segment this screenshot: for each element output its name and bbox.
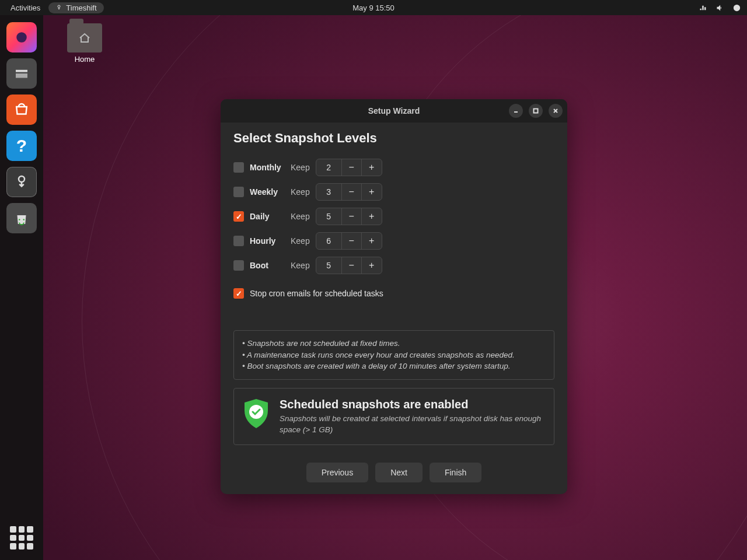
- timeshift-icon: [55, 4, 62, 11]
- folder-icon: [67, 23, 102, 52]
- app-menu-button[interactable]: Timeshift: [48, 2, 103, 13]
- keep-label: Keep: [291, 236, 310, 246]
- trash-icon: [13, 209, 30, 227]
- close-button[interactable]: [549, 104, 563, 118]
- power-icon[interactable]: [732, 4, 741, 12]
- timeshift-icon: [13, 173, 30, 191]
- clock[interactable]: May 9 15:50: [352, 4, 395, 12]
- desktop-icon-label: Home: [61, 55, 108, 64]
- cron-label: Stop cron emails for scheduled tasks: [250, 289, 383, 298]
- increment-button[interactable]: +: [362, 208, 382, 225]
- previous-button[interactable]: Previous: [306, 463, 368, 482]
- increment-button[interactable]: +: [362, 257, 382, 274]
- keep-spinner-monthly: 2−+: [316, 159, 382, 176]
- dock-trash[interactable]: [6, 203, 37, 233]
- volume-icon[interactable]: [715, 4, 724, 12]
- keep-value[interactable]: 3: [316, 184, 342, 200]
- keep-value[interactable]: 5: [316, 208, 342, 225]
- level-checkbox-weekly[interactable]: [233, 187, 244, 197]
- firefox-icon: [13, 29, 30, 46]
- setup-wizard-dialog: Setup Wizard Select Snapshot Levels Mont…: [221, 99, 567, 494]
- keep-value[interactable]: 2: [316, 159, 342, 176]
- keep-label: Keep: [291, 187, 310, 197]
- keep-value[interactable]: 6: [316, 233, 342, 249]
- svg-point-6: [19, 219, 20, 220]
- status-subtitle: Snapshots will be created at selected in…: [280, 414, 546, 436]
- dialog-footer: Previous Next Finish: [233, 463, 554, 482]
- info-line: A maintenance task runs once every hour …: [242, 349, 546, 361]
- decrement-button[interactable]: −: [342, 233, 362, 249]
- top-bar: Activities Timeshift May 9 15:50: [0, 0, 747, 15]
- svg-rect-8: [534, 109, 538, 113]
- next-button[interactable]: Next: [375, 463, 423, 482]
- shield-check-icon: [242, 398, 270, 429]
- level-label: Weekly: [250, 187, 291, 197]
- keep-label: Keep: [291, 163, 310, 172]
- dock-firefox[interactable]: [6, 22, 37, 52]
- keep-spinner-hourly: 6−+: [316, 232, 382, 250]
- info-line: Boot snapshots are created with a delay …: [242, 360, 546, 372]
- keep-spinner-weekly: 3−+: [316, 183, 382, 201]
- increment-button[interactable]: +: [362, 159, 382, 176]
- dialog-heading: Select Snapshot Levels: [233, 131, 554, 146]
- files-icon: [13, 65, 30, 82]
- network-icon[interactable]: [699, 4, 707, 12]
- dock: ?: [0, 15, 43, 560]
- decrement-button[interactable]: −: [342, 159, 362, 176]
- status-title: Scheduled snapshots are enabled: [280, 398, 546, 411]
- maximize-button[interactable]: [529, 104, 543, 118]
- svg-point-7: [23, 219, 25, 220]
- app-menu-label: Timeshift: [66, 4, 96, 12]
- level-checkbox-boot[interactable]: [233, 260, 244, 271]
- store-icon: [13, 101, 30, 118]
- svg-rect-3: [16, 70, 27, 72]
- svg-point-2: [16, 32, 27, 43]
- dock-timeshift[interactable]: [6, 167, 37, 197]
- dock-files[interactable]: [6, 58, 37, 89]
- cron-checkbox[interactable]: [233, 288, 244, 299]
- dialog-titlebar[interactable]: Setup Wizard: [221, 99, 567, 123]
- decrement-button[interactable]: −: [342, 257, 362, 274]
- level-label: Daily: [250, 212, 291, 221]
- keep-label: Keep: [291, 261, 310, 270]
- activities-button[interactable]: Activities: [6, 2, 45, 13]
- decrement-button[interactable]: −: [342, 184, 362, 200]
- info-line: Snapshots are not scheduled at fixed tim…: [242, 338, 546, 349]
- show-applications-button[interactable]: [10, 526, 33, 550]
- level-checkbox-monthly[interactable]: [233, 162, 244, 173]
- dock-help[interactable]: ?: [6, 131, 37, 161]
- info-box: Snapshots are not scheduled at fixed tim…: [233, 330, 554, 380]
- dialog-title: Setup Wizard: [368, 106, 420, 116]
- keep-label: Keep: [291, 212, 310, 221]
- level-checkbox-hourly[interactable]: [233, 236, 244, 246]
- status-box: Scheduled snapshots are enabled Snapshot…: [233, 388, 554, 446]
- increment-button[interactable]: +: [362, 233, 382, 249]
- level-label: Hourly: [250, 236, 291, 246]
- keep-value[interactable]: 5: [316, 257, 342, 274]
- level-checkbox-daily[interactable]: [233, 211, 244, 222]
- svg-point-5: [19, 176, 25, 182]
- dock-store[interactable]: [6, 94, 37, 125]
- decrement-button[interactable]: −: [342, 208, 362, 225]
- svg-point-0: [58, 5, 60, 8]
- level-label: Boot: [250, 261, 291, 270]
- desktop-home-icon[interactable]: Home: [61, 23, 108, 64]
- level-label: Monthly: [250, 163, 291, 172]
- keep-spinner-daily: 5−+: [316, 208, 382, 225]
- increment-button[interactable]: +: [362, 184, 382, 200]
- keep-spinner-boot: 5−+: [316, 257, 382, 274]
- svg-rect-4: [16, 74, 27, 78]
- minimize-button[interactable]: [509, 104, 523, 118]
- home-glyph-icon: [78, 31, 92, 45]
- finish-button[interactable]: Finish: [430, 463, 481, 482]
